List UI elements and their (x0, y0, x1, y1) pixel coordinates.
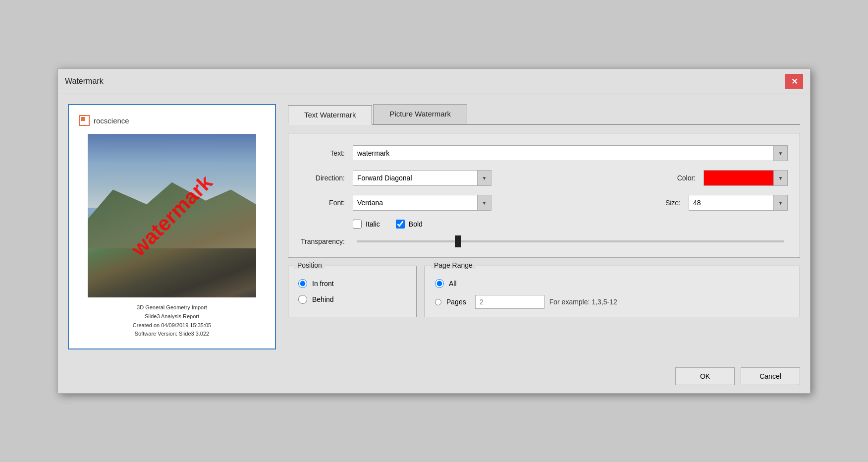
italic-label: Italic (366, 220, 380, 228)
color-row: Color: ▼ (677, 170, 788, 186)
transparency-slider-thumb[interactable] (455, 235, 461, 247)
bold-checkbox-item: Bold (396, 220, 423, 229)
text-label: Text: (300, 149, 345, 157)
color-select[interactable]: ▼ (704, 170, 788, 186)
checkboxes-row: Italic Bold (300, 220, 788, 229)
transparency-row: Transparency: (300, 237, 788, 245)
bottom-panels: Position In front Behind Page (288, 266, 800, 317)
position-behind[interactable]: Behind (298, 295, 406, 304)
right-panel: Text Watermark Picture Watermark Text: w… (288, 104, 800, 349)
page-range-pages-row: Pages For example: 1,3,5-12 (435, 295, 790, 309)
in-front-radio[interactable] (298, 279, 307, 288)
page-range-title: Page Range (431, 261, 476, 269)
color-swatch[interactable] (704, 171, 773, 185)
settings-panel: Text: watermark ▼ Direction: Forward Dia… (288, 133, 800, 258)
size-dropdown-arrow[interactable]: ▼ (773, 195, 787, 210)
position-in-front[interactable]: In front (298, 279, 406, 288)
text-value: watermark (353, 149, 773, 157)
watermark-dialog: Watermark ✕ rocscience watermark 3D Gene… (57, 68, 811, 393)
caption-line1: 3D General Geometry Import (133, 303, 211, 312)
text-dropdown-arrow[interactable]: ▼ (773, 146, 787, 161)
text-row: Text: watermark ▼ (300, 145, 788, 161)
behind-radio[interactable] (298, 295, 307, 304)
italic-checkbox-item: Italic (353, 220, 380, 229)
in-front-label: In front (312, 280, 334, 288)
size-label: Size: (665, 199, 681, 207)
size-value: 48 (689, 199, 773, 207)
behind-label: Behind (312, 295, 334, 303)
font-dropdown-arrow[interactable]: ▼ (477, 195, 491, 210)
caption-line2: Slide3 Analysis Report (133, 312, 211, 321)
pages-input[interactable] (475, 295, 544, 309)
preview-image-container: watermark (88, 134, 256, 297)
position-group: Position In front Behind (288, 266, 417, 317)
logo: rocscience (79, 115, 129, 126)
direction-value: Forward Diagonal (353, 174, 477, 182)
direction-label: Direction: (300, 174, 345, 182)
caption-line4: Software Version: Slide3 3.022 (133, 330, 211, 339)
color-label: Color: (677, 174, 696, 182)
preview-image (88, 134, 256, 297)
font-value: Verdana (353, 199, 477, 207)
logo-text: rocscience (94, 116, 129, 125)
close-button[interactable]: ✕ (785, 74, 803, 89)
direction-color-row: Direction: Forward Diagonal ▼ Color: ▼ (300, 170, 788, 186)
text-select[interactable]: watermark ▼ (353, 145, 788, 161)
title-bar: Watermark ✕ (58, 69, 810, 94)
preview-panel: rocscience watermark 3D General Geometry… (68, 104, 276, 349)
tab-picture-watermark[interactable]: Picture Watermark (373, 104, 467, 124)
logo-icon (79, 115, 90, 126)
ok-button[interactable]: OK (675, 367, 735, 385)
bold-checkbox[interactable] (396, 220, 405, 229)
size-select[interactable]: 48 ▼ (689, 195, 788, 211)
font-select[interactable]: Verdana ▼ (353, 195, 491, 211)
range-pages-label: Pages (446, 298, 466, 306)
dialog-footer: OK Cancel (58, 359, 810, 393)
caption-line3: Created on 04/09/2019 15:35:05 (133, 321, 211, 330)
page-range-group: Page Range All Pages For example: 1,3,5-… (425, 266, 800, 317)
font-size-row: Font: Verdana ▼ Size: 48 ▼ (300, 195, 788, 211)
dialog-body: rocscience watermark 3D General Geometry… (58, 94, 810, 359)
range-all-label: All (449, 280, 457, 288)
direction-select[interactable]: Forward Diagonal ▼ (353, 170, 491, 186)
tab-text-watermark[interactable]: Text Watermark (288, 105, 372, 125)
font-label: Font: (300, 199, 345, 207)
bold-label: Bold (409, 220, 423, 228)
transparency-label: Transparency: (300, 237, 345, 245)
italic-checkbox[interactable] (353, 220, 362, 229)
example-text: For example: 1,3,5-12 (549, 298, 617, 306)
size-row: Size: 48 ▼ (665, 195, 788, 211)
position-group-title: Position (294, 261, 325, 269)
direction-dropdown-arrow[interactable]: ▼ (477, 171, 491, 185)
color-dropdown-arrow[interactable]: ▼ (773, 171, 787, 185)
range-all-radio[interactable] (435, 279, 444, 288)
range-pages-radio[interactable] (435, 299, 441, 305)
page-range-all[interactable]: All (435, 279, 790, 288)
tab-bar: Text Watermark Picture Watermark (288, 104, 800, 125)
preview-caption: 3D General Geometry Import Slide3 Analys… (133, 303, 211, 338)
cancel-button[interactable]: Cancel (741, 367, 800, 385)
transparency-slider-track (357, 240, 784, 242)
dialog-title: Watermark (65, 77, 104, 86)
